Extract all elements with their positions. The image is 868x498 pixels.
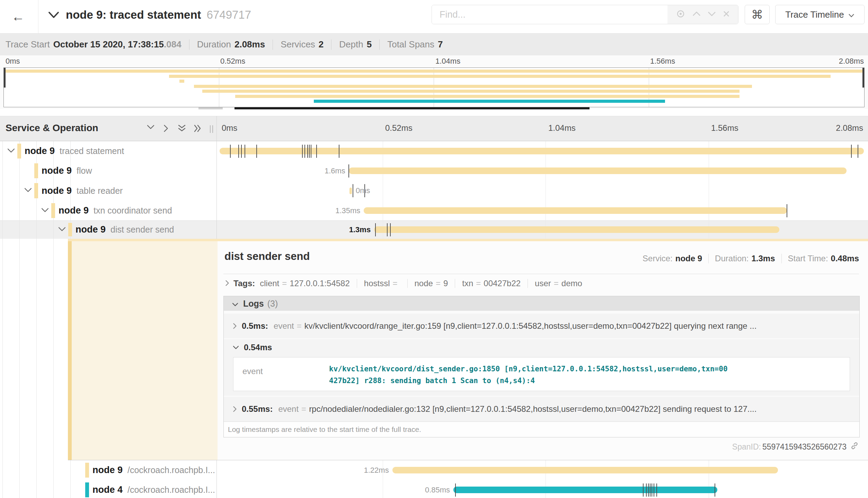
- tag-equals: =: [476, 279, 481, 288]
- log-row-expanded-header[interactable]: 0.54ms: [224, 340, 859, 355]
- log-marker-tick: [256, 145, 257, 158]
- minimap-span-bar: [314, 100, 665, 103]
- log-event-line: kv/kvclient/kvcoord/dist_sender.go:1850 …: [329, 363, 728, 375]
- log-marker-tick: [715, 483, 715, 497]
- find-icon-bar: [667, 5, 738, 24]
- log-marker-tick: [851, 145, 852, 158]
- log-row-gap: [224, 311, 859, 314]
- top-header: ← node 9: traced statement6749717 ⌘ Trac…: [0, 0, 868, 34]
- chevron-right-icon: [233, 323, 237, 329]
- log-row[interactable]: 0.55ms:event=rpc/nodedialer/nodedialer.g…: [224, 397, 859, 422]
- log-row[interactable]: 0.5ms:event=kv/kvclient/kvcoord/range_it…: [224, 314, 859, 338]
- collapse-one-icon[interactable]: [147, 125, 154, 131]
- chevron-down-icon[interactable]: [707, 11, 716, 18]
- span-service: node 9: [76, 224, 106, 235]
- locate-icon[interactable]: [675, 9, 686, 20]
- log-field-value: rpc/nodedialer/nodedialer.go:132 [n9,cli…: [309, 404, 756, 414]
- tag-equals: =: [554, 279, 559, 288]
- span-bar[interactable]: [364, 207, 787, 214]
- meta-value: 1.3ms: [752, 254, 775, 263]
- meta-label: Start Time:: [788, 254, 828, 263]
- span-bar[interactable]: [349, 188, 352, 194]
- view-dropdown-button[interactable]: Trace Timeline: [775, 5, 865, 24]
- span-name[interactable]: node 9table reader: [42, 181, 123, 201]
- header-divider: [38, 0, 38, 33]
- trace-name: node 9: traced statement: [66, 8, 201, 21]
- span-name[interactable]: node 4/cockroach.roachpb.I...: [92, 480, 215, 498]
- summary-value: 7: [438, 39, 443, 50]
- collapse-all-icon[interactable]: [178, 125, 186, 133]
- tags-label: Tags:: [233, 279, 255, 288]
- span-name[interactable]: node 9traced statement: [25, 141, 124, 161]
- tags-row[interactable]: Tags:client=127.0.0.1:54582hostssl=node=…: [225, 279, 582, 288]
- log-marker-tick: [230, 145, 231, 158]
- logs-footer-note: Log timestamps are relative to the start…: [224, 422, 859, 437]
- span-bar[interactable]: [374, 226, 779, 233]
- span-toggle-chevron[interactable]: [41, 208, 49, 214]
- minimap-scrub-handle-right[interactable]: [862, 68, 864, 88]
- span-service: node 9: [42, 165, 72, 176]
- log-time: 0.5ms:: [242, 321, 268, 331]
- log-event-value: kv/kvclient/kvcoord/dist_sender.go:1850 …: [329, 357, 728, 391]
- span-duration-label: 0ms: [356, 186, 370, 195]
- log-marker-tick: [646, 483, 647, 497]
- span-bar[interactable]: [392, 467, 778, 473]
- tag-value: demo: [561, 279, 582, 288]
- minimap-viewport-scrollbar[interactable]: [234, 107, 590, 109]
- close-icon[interactable]: [723, 10, 730, 19]
- span-toggle-chevron[interactable]: [7, 148, 15, 154]
- span-service: node 9: [42, 185, 72, 196]
- log-event-box: eventkv/kvclient/kvcoord/dist_sender.go:…: [233, 357, 850, 391]
- minimap-scrub-handle-left[interactable]: [4, 68, 6, 88]
- minimap-tick-label: 2.08ms: [839, 57, 864, 66]
- timeline-tick-label: 0.52ms: [385, 123, 413, 133]
- span-name[interactable]: node 9dist sender send: [76, 220, 174, 239]
- trace-id: 6749717: [207, 8, 251, 21]
- span-operation: /cockroach.roachpb.I...: [127, 485, 215, 495]
- log-field-value: kv/kvclient/kvcoord/range_iter.go:159 [n…: [304, 321, 757, 331]
- selected-span-colorbar: [68, 241, 72, 460]
- tag-key: node: [415, 279, 433, 288]
- logs-header[interactable]: Logs (3): [224, 296, 859, 311]
- expand-one-icon[interactable]: [163, 125, 168, 134]
- log-field-equals: =: [301, 404, 306, 414]
- span-service: node 9: [92, 465, 123, 476]
- timeline-column-header: Service & Operation 0ms0.52ms1.04ms1.56m…: [0, 116, 868, 141]
- minimap-span-bar: [169, 75, 830, 78]
- expand-all-icon[interactable]: [194, 125, 201, 134]
- span-duration-label: 1.3ms: [312, 225, 371, 234]
- span-service: node 9: [59, 205, 89, 216]
- back-button[interactable]: ←: [7, 6, 29, 27]
- tag-separator: [407, 279, 408, 288]
- summary-label: Depth: [339, 39, 363, 50]
- span-name[interactable]: node 9/cockroach.roachpb.I...: [92, 460, 215, 480]
- log-time: 0.54ms: [244, 343, 272, 352]
- collapse-title-chevron-icon[interactable]: [48, 11, 60, 20]
- span-duration-label: 0.85ms: [391, 486, 450, 495]
- find-input[interactable]: [432, 5, 667, 24]
- tag-equals: =: [282, 279, 287, 288]
- span-name[interactable]: node 9flow: [42, 161, 92, 181]
- span-bar[interactable]: [453, 487, 717, 493]
- span-toggle-chevron[interactable]: [58, 227, 66, 233]
- summary-label: Services: [281, 39, 315, 50]
- minimap-canvas[interactable]: [3, 67, 865, 107]
- log-marker-tick: [339, 145, 339, 158]
- chevron-up-icon[interactable]: [692, 11, 701, 18]
- minimap-range-segment[interactable]: [198, 107, 223, 109]
- tag-separator: [455, 279, 455, 288]
- span-name[interactable]: node 9txn coordinator send: [59, 201, 172, 220]
- indent-guide: [2, 141, 3, 498]
- column-resize-grip[interactable]: [210, 125, 213, 133]
- log-marker-tick: [348, 164, 349, 178]
- span-toggle-chevron[interactable]: [24, 188, 32, 194]
- keyboard-shortcuts-button[interactable]: ⌘: [745, 5, 770, 24]
- link-icon[interactable]: [850, 441, 859, 452]
- log-row-expanded: 0.54mseventkv/kvclient/kvcoord/dist_send…: [224, 339, 859, 391]
- span-bar[interactable]: [349, 167, 847, 174]
- span-colorbar: [51, 203, 55, 218]
- meta-label: Service:: [643, 254, 673, 263]
- timeline-tick-label: 1.04ms: [548, 123, 576, 133]
- log-marker-tick: [643, 483, 644, 497]
- log-marker-tick: [650, 483, 650, 497]
